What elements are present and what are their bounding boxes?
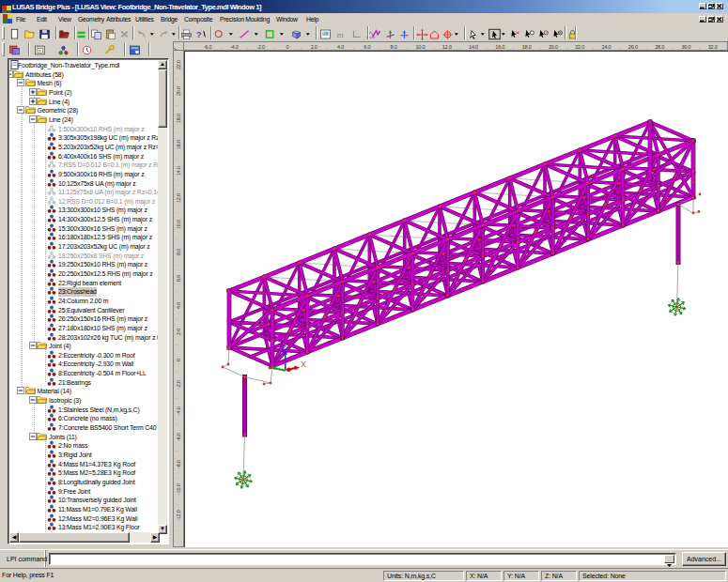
svg-text:X: X (301, 360, 306, 369)
svg-text:?: ? (196, 29, 202, 39)
svg-text:Z: Z (282, 344, 287, 352)
svg-text:m: m (337, 30, 344, 39)
